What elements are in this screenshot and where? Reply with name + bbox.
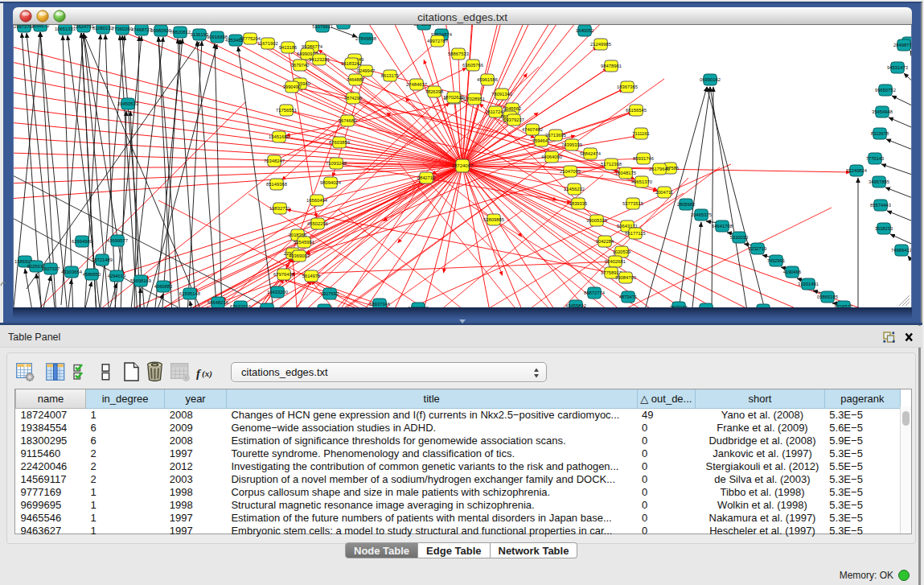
svg-text:71093248: 71093248 bbox=[326, 161, 347, 166]
svg-text:4586850: 4586850 bbox=[83, 272, 101, 277]
svg-text:02402681: 02402681 bbox=[605, 259, 626, 264]
svg-text:7874296: 7874296 bbox=[344, 96, 363, 101]
svg-text:21249985: 21249985 bbox=[590, 42, 611, 47]
svg-text:26179640: 26179640 bbox=[649, 167, 670, 171]
svg-text:18724007: 18724007 bbox=[452, 163, 474, 168]
svg-text:38721489: 38721489 bbox=[92, 257, 113, 262]
svg-text:65648236: 65648236 bbox=[207, 300, 228, 305]
svg-text:3518233: 3518233 bbox=[875, 226, 893, 231]
svg-text:63605766: 63605766 bbox=[462, 63, 483, 68]
svg-text:70348247: 70348247 bbox=[264, 159, 285, 163]
svg-text:51712368: 51712368 bbox=[601, 162, 622, 167]
svg-text:99650752: 99650752 bbox=[875, 88, 896, 93]
svg-text:20450533: 20450533 bbox=[117, 101, 138, 106]
svg-text:78091343: 78091343 bbox=[491, 92, 512, 97]
svg-text:35240824: 35240824 bbox=[846, 168, 868, 173]
svg-text:77360260: 77360260 bbox=[112, 27, 133, 31]
svg-text:3990490: 3990490 bbox=[283, 84, 302, 89]
svg-text:67976438: 67976438 bbox=[273, 272, 294, 277]
svg-text:1607337: 1607337 bbox=[42, 266, 60, 271]
svg-text:27028951: 27028951 bbox=[464, 97, 485, 101]
svg-text:0249947: 0249947 bbox=[357, 68, 376, 73]
svg-text:90916998: 90916998 bbox=[207, 35, 228, 39]
svg-text:20465375: 20465375 bbox=[691, 212, 712, 217]
svg-text:06990162: 06990162 bbox=[700, 77, 721, 82]
svg-text:16048175: 16048175 bbox=[615, 171, 636, 175]
svg-text:9136193: 9136193 bbox=[191, 32, 209, 37]
svg-text:71756551: 71756551 bbox=[276, 108, 297, 113]
svg-text:7826398: 7826398 bbox=[425, 89, 444, 94]
svg-text:7594647: 7594647 bbox=[532, 138, 551, 143]
svg-text:86872774: 86872774 bbox=[584, 290, 606, 295]
svg-text:36183242: 36183242 bbox=[341, 61, 362, 66]
svg-text:9413186: 9413186 bbox=[279, 45, 298, 50]
svg-text:4060883: 4060883 bbox=[154, 284, 173, 289]
svg-text:5674680: 5674680 bbox=[339, 118, 357, 123]
svg-text:39005329: 39005329 bbox=[586, 218, 607, 223]
svg-text:66177115: 66177115 bbox=[625, 231, 645, 236]
svg-text:4294019: 4294019 bbox=[108, 274, 126, 278]
svg-text:0679740: 0679740 bbox=[291, 63, 310, 68]
svg-text:1839335: 1839335 bbox=[569, 201, 588, 206]
svg-text:2004711: 2004711 bbox=[655, 190, 673, 195]
svg-text:49972787: 49972787 bbox=[427, 39, 448, 43]
svg-text:58867533: 58867533 bbox=[448, 51, 469, 56]
svg-text:7111161: 7111161 bbox=[632, 131, 649, 136]
svg-text:85149368: 85149368 bbox=[266, 182, 287, 187]
svg-text:49651370: 49651370 bbox=[631, 179, 652, 184]
svg-text:34957885: 34957885 bbox=[869, 179, 889, 184]
svg-text:66156545: 66156545 bbox=[626, 108, 647, 113]
svg-text:88937346: 88937346 bbox=[369, 302, 390, 307]
svg-text:7770143: 7770143 bbox=[866, 156, 885, 161]
svg-text:53773515: 53773515 bbox=[622, 201, 643, 206]
svg-text:39084700: 39084700 bbox=[615, 275, 636, 280]
svg-text:40369003: 40369003 bbox=[289, 253, 310, 258]
svg-text:69379237: 69379237 bbox=[503, 117, 524, 122]
svg-text:9232719: 9232719 bbox=[749, 246, 767, 251]
svg-text:45961586: 45961586 bbox=[477, 77, 498, 82]
svg-text:72624731: 72624731 bbox=[73, 24, 94, 29]
svg-text:98478961: 98478961 bbox=[601, 64, 622, 68]
svg-text:52809885: 52809885 bbox=[483, 217, 504, 222]
svg-text:7452991: 7452991 bbox=[767, 258, 786, 263]
svg-text:61595148: 61595148 bbox=[179, 291, 200, 296]
svg-text:13433200: 13433200 bbox=[267, 290, 288, 295]
svg-text:5614978: 5614978 bbox=[302, 274, 321, 278]
svg-text:18702621: 18702621 bbox=[443, 95, 464, 100]
svg-text:78820812: 78820812 bbox=[170, 30, 191, 35]
svg-text:43303654: 43303654 bbox=[61, 270, 83, 274]
svg-text:2805982: 2805982 bbox=[677, 202, 696, 207]
svg-text:87603859: 87603859 bbox=[329, 140, 350, 145]
svg-text:4873471: 4873471 bbox=[619, 295, 638, 299]
svg-text:7464887: 7464887 bbox=[347, 77, 365, 82]
svg-text:74395339: 74395339 bbox=[561, 142, 582, 147]
svg-text:35454948: 35454948 bbox=[872, 109, 893, 114]
svg-text:45502296: 45502296 bbox=[307, 221, 328, 226]
svg-text:8613171: 8613171 bbox=[381, 73, 400, 78]
svg-text:21047095: 21047095 bbox=[560, 169, 581, 174]
svg-text:98094024: 98094024 bbox=[320, 180, 342, 185]
svg-text:(x): (x) bbox=[202, 369, 212, 379]
svg-text:55698169: 55698169 bbox=[130, 278, 151, 283]
svg-text:4190496: 4190496 bbox=[783, 270, 802, 274]
svg-text:74989413: 74989413 bbox=[891, 248, 912, 253]
svg-text:11671902: 11671902 bbox=[257, 41, 277, 46]
svg-text:43699577: 43699577 bbox=[107, 238, 128, 243]
svg-text:62994680: 62994680 bbox=[72, 239, 92, 244]
svg-text:81080132: 81080132 bbox=[92, 26, 113, 31]
svg-text:8313678: 8313678 bbox=[871, 131, 889, 136]
svg-text:58842474: 58842474 bbox=[580, 151, 602, 156]
svg-text:5045562: 5045562 bbox=[503, 106, 522, 111]
svg-text:44064090: 44064090 bbox=[541, 154, 562, 159]
svg-text:19832731: 19832731 bbox=[269, 206, 290, 211]
svg-text:85574443: 85574443 bbox=[870, 203, 891, 208]
svg-text:18367365: 18367365 bbox=[617, 84, 638, 89]
svg-text:31931491: 31931491 bbox=[798, 282, 819, 286]
svg-text:10651333: 10651333 bbox=[55, 27, 76, 31]
svg-text:27484677: 27484677 bbox=[406, 82, 427, 87]
svg-text:47407482: 47407482 bbox=[522, 127, 543, 132]
svg-text:64641708: 64641708 bbox=[712, 224, 733, 229]
svg-text:7917693: 7917693 bbox=[321, 291, 339, 296]
svg-text:94531473: 94531473 bbox=[887, 65, 908, 70]
svg-text:52545991: 52545991 bbox=[294, 240, 314, 245]
